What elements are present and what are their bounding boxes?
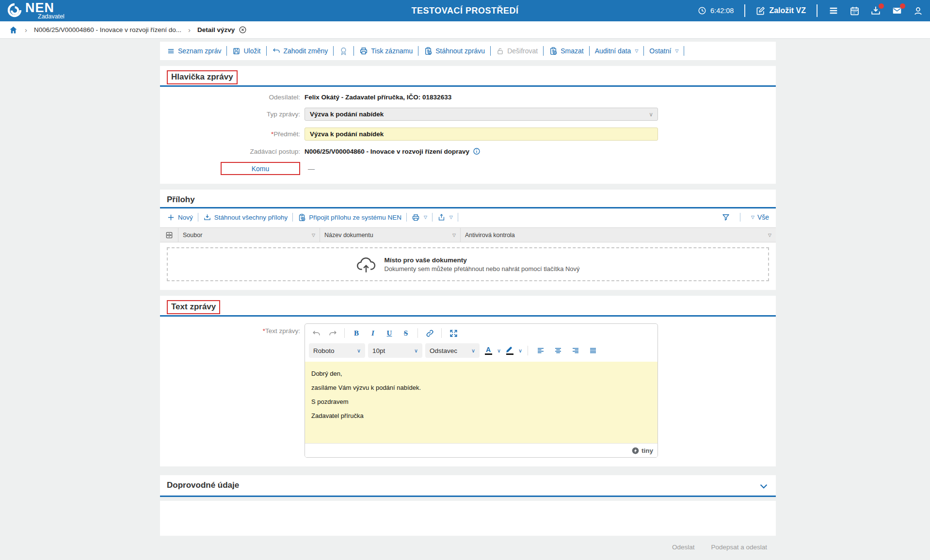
chevron-down-icon[interactable]: ∨ [497, 348, 501, 354]
menu-button[interactable] [828, 5, 839, 16]
divider [344, 328, 345, 338]
other-dropdown[interactable]: Ostatní ▽ [649, 47, 678, 55]
editor-statusbar: tiny [305, 443, 657, 457]
close-tab-icon[interactable] [239, 26, 247, 34]
user-profile-button[interactable] [913, 6, 923, 16]
new-attachment-button[interactable]: Nový [167, 213, 193, 222]
printer-icon [412, 213, 420, 222]
save-button[interactable]: Uložit [232, 47, 260, 55]
fullscreen-button[interactable] [446, 327, 461, 339]
align-left-button[interactable] [533, 344, 548, 357]
accompanying-data-section: Doprovodné údaje [160, 475, 776, 497]
footer-actions: Odeslat Podepsat a odeslat [160, 536, 776, 558]
accompanying-data-body [160, 501, 776, 536]
section-title-text-zpravy: Text zprávy [167, 300, 220, 314]
divider [528, 346, 528, 355]
editor-content-area[interactable]: Dobrý den, zasíláme Vám výzvu k podání n… [305, 362, 657, 443]
brand-role: Zadavatel [38, 13, 64, 20]
column-settings-button[interactable] [160, 228, 178, 242]
file-dropzone[interactable]: Místo pro vaše dokumenty Dokumenty sem m… [167, 247, 769, 281]
column-resize-icon [165, 231, 173, 239]
message-type-select[interactable]: Výzva k podání nabídek ∨ [305, 108, 658, 121]
calendar-button[interactable] [850, 6, 860, 16]
recipients-link[interactable]: Komu [221, 162, 300, 175]
attach-from-nen-button[interactable]: Připojit přílohu ze systému NEN [298, 213, 401, 222]
expand-chevron-icon[interactable] [758, 481, 769, 492]
block-format-select[interactable]: Odstavec ∨ [425, 343, 480, 358]
chevron-down-icon: ∨ [352, 348, 361, 354]
divider [353, 46, 354, 56]
audit-data-dropdown[interactable]: Auditní data ▽ [595, 47, 639, 55]
divider [744, 4, 745, 17]
column-header-soubor[interactable]: Soubor ▽ [178, 228, 320, 242]
messages-button[interactable] [892, 5, 902, 16]
editor-paragraph: zasíláme Vám výzvu k podání nabídek. [311, 384, 651, 391]
column-header-nazev-dokumentu[interactable]: Název dokumentu ▽ [320, 228, 461, 242]
font-family-select[interactable]: Roboto ∨ [309, 343, 365, 358]
dropzone-subtitle: Dokumenty sem můžete přetáhnout nebo nah… [384, 265, 579, 272]
undo-button[interactable] [309, 327, 323, 339]
divider [490, 46, 491, 56]
sign-and-send-button[interactable]: Podepsat a odeslat [711, 544, 767, 551]
message-text-section: Text zprávy *Text zprávy: B I U S [160, 296, 776, 466]
document-delete-icon [549, 47, 558, 55]
underline-button[interactable]: U [382, 327, 397, 339]
align-center-button[interactable] [551, 344, 565, 357]
strikethrough-button[interactable]: S [399, 327, 413, 339]
message-list-button[interactable]: Seznam zpráv [167, 47, 221, 55]
nen-logo[interactable]: NEN Zadavatel [7, 0, 54, 21]
unlock-icon [496, 47, 504, 55]
editor-paragraph: Zadavatel příručka [311, 412, 651, 419]
sort-triangle-icon: ▽ [449, 233, 456, 238]
column-header-antivirova-kontrola[interactable]: Antivirová kontrola ▽ [461, 228, 776, 242]
create-vz-button[interactable]: Založit VZ [756, 6, 806, 16]
section-title-doprovodne: Doprovodné údaje [167, 480, 242, 492]
section-title-hlavicka: Hlavička zprávy [167, 70, 238, 84]
text-color-button[interactable]: A [482, 344, 494, 357]
font-size-select[interactable]: 10pt ∨ [368, 343, 422, 358]
align-justify-button[interactable] [586, 344, 600, 357]
italic-button[interactable]: I [366, 327, 380, 339]
divider [418, 46, 418, 56]
print-attachments-dropdown[interactable]: ▽ [412, 213, 427, 222]
tiny-brand-label[interactable]: tiny [641, 447, 653, 454]
divider [266, 46, 267, 56]
delete-button[interactable]: Smazat [549, 47, 583, 55]
downloads-button[interactable] [870, 5, 881, 16]
color-swatch [485, 353, 492, 355]
download-message-button[interactable]: Stáhnout zprávu [424, 47, 485, 55]
chevron-down-icon[interactable]: ∨ [518, 348, 522, 354]
filter-icon[interactable] [722, 213, 730, 222]
divider [432, 213, 433, 222]
bold-button[interactable]: B [349, 327, 364, 339]
breadcrumb-procedure-link[interactable]: N006/25/V00004860 - Inovace v rozvoji ří… [34, 26, 181, 33]
divider [292, 213, 293, 222]
divider [226, 46, 227, 56]
filter-all-dropdown[interactable]: ▽ Vše [750, 213, 769, 221]
info-icon[interactable] [473, 147, 481, 155]
certificate-button[interactable] [339, 47, 348, 56]
divider [441, 328, 442, 338]
recipients-value: — [308, 165, 315, 173]
richtext-editor: B I U S Roboto ∨ [305, 323, 658, 458]
discard-changes-button[interactable]: Zahodit změny [272, 47, 328, 55]
highlight-color-button[interactable] [504, 344, 515, 357]
download-all-attachments-button[interactable]: Stáhnout všechny přílohy [203, 213, 288, 222]
home-icon[interactable] [9, 25, 18, 34]
align-right-button[interactable] [568, 344, 583, 357]
plus-icon [167, 213, 175, 222]
subject-input[interactable]: Výzva k podání nabídek [305, 128, 658, 141]
message-toolbar: Seznam zpráv Uložit Zahodit změny Tisk z… [160, 42, 776, 60]
dropdown-triangle-icon: ▽ [751, 215, 754, 220]
redo-button[interactable] [325, 327, 340, 339]
send-button[interactable]: Odeslat [672, 544, 695, 551]
notification-badge [879, 3, 884, 9]
divider [684, 46, 684, 56]
print-record-button[interactable]: Tisk záznamu [359, 47, 413, 55]
export-attachments-dropdown[interactable]: ▽ [437, 213, 453, 222]
link-button[interactable] [422, 327, 437, 339]
chevron-down-icon: ∨ [466, 348, 475, 354]
nen-logo-icon [7, 2, 22, 18]
edit-icon [756, 6, 765, 16]
document-download-icon [424, 47, 433, 55]
